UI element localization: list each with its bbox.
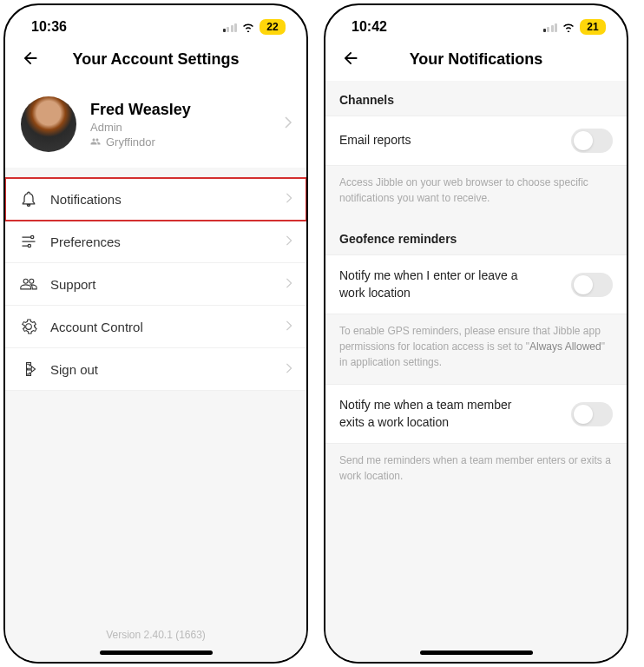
page-title: Your Notifications — [339, 50, 613, 69]
wifi-icon — [241, 22, 255, 32]
svg-point-1 — [28, 244, 30, 247]
toggle-notify-self[interactable] — [571, 273, 613, 297]
row-email-reports: Email reports — [325, 116, 627, 166]
battery-indicator: 21 — [580, 19, 606, 35]
home-indicator[interactable] — [420, 650, 533, 655]
status-indicators: 22 — [223, 19, 286, 35]
section-header-channels: Channels — [325, 81, 627, 116]
back-button[interactable] — [341, 49, 360, 71]
toggle-email-reports[interactable] — [571, 129, 613, 153]
menu-label: Preferences — [50, 234, 292, 249]
menu-label: Notifications — [50, 192, 292, 207]
row-notify-self: Notify me when I enter or leave a work l… — [325, 254, 627, 314]
help-text-notify-team: Send me reminders when a team member ent… — [325, 444, 627, 498]
profile-role: Admin — [90, 121, 191, 134]
toggle-label: Notify me when I enter or leave a work l… — [339, 267, 539, 301]
menu-item-sign-out[interactable]: Sign out — [5, 348, 306, 391]
menu-label: Account Control — [50, 320, 292, 334]
toggle-label: Email reports — [339, 132, 411, 149]
avatar — [21, 96, 76, 152]
sliders-icon — [19, 233, 38, 250]
signal-icon — [543, 22, 558, 32]
chevron-right-icon — [286, 361, 292, 377]
toggle-notify-team[interactable] — [571, 402, 613, 426]
profile-name: Fred Weasley — [90, 101, 191, 119]
group-icon — [90, 136, 101, 147]
help-text-channels: Access Jibble on your web browser to cho… — [325, 166, 627, 220]
help-text-notify-self: To enable GPS reminders, please ensure t… — [325, 314, 627, 384]
profile-group: Gryffindor — [90, 135, 191, 149]
gear-icon — [19, 318, 38, 335]
menu-item-account-control[interactable]: Account Control — [5, 306, 306, 348]
status-time: 10:36 — [31, 19, 67, 35]
phone-settings: 10:36 22 Your Account Settings Fred Weas… — [3, 3, 308, 664]
status-indicators: 21 — [543, 19, 607, 35]
phone-notifications: 10:42 21 Your Notifications Channels Ema… — [324, 3, 628, 664]
menu-item-preferences[interactable]: Preferences — [5, 221, 306, 263]
signal-icon — [223, 22, 238, 32]
profile-info: Fred Weasley Admin Gryffindor — [90, 101, 191, 149]
back-button[interactable] — [21, 49, 40, 71]
status-time: 10:42 — [352, 19, 387, 35]
page-title: Your Account Settings — [19, 50, 292, 69]
profile-card[interactable]: Fred Weasley Admin Gryffindor — [5, 81, 306, 168]
menu-label: Support — [50, 277, 292, 292]
wifi-icon — [562, 22, 575, 32]
people-icon — [19, 275, 38, 293]
home-indicator[interactable] — [100, 650, 213, 655]
chevron-right-icon — [284, 116, 292, 132]
chevron-right-icon — [286, 191, 292, 207]
status-bar: 10:42 21 — [325, 5, 627, 43]
content: Channels Email reports Access Jibble on … — [325, 81, 627, 662]
row-notify-team: Notify me when a team member exits a wor… — [325, 384, 627, 444]
menu-item-support[interactable]: Support — [5, 263, 306, 306]
section-header-geofence: Geofence reminders — [325, 220, 627, 254]
chevron-right-icon — [286, 319, 292, 334]
header: Your Account Settings — [5, 43, 306, 81]
bell-icon — [19, 190, 38, 208]
content: Fred Weasley Admin Gryffindor Notificati… — [5, 81, 306, 662]
header: Your Notifications — [325, 43, 627, 81]
svg-point-0 — [31, 235, 34, 238]
chevron-right-icon — [286, 276, 292, 292]
battery-indicator: 22 — [260, 19, 286, 35]
menu-label: Sign out — [50, 362, 292, 377]
menu-list: Notifications Preferences Support — [5, 178, 306, 391]
sign-out-icon — [19, 360, 38, 378]
status-bar: 10:36 22 — [5, 5, 306, 43]
chevron-right-icon — [286, 234, 292, 249]
toggle-label: Notify me when a team member exits a wor… — [339, 397, 539, 431]
menu-item-notifications[interactable]: Notifications — [5, 178, 306, 221]
